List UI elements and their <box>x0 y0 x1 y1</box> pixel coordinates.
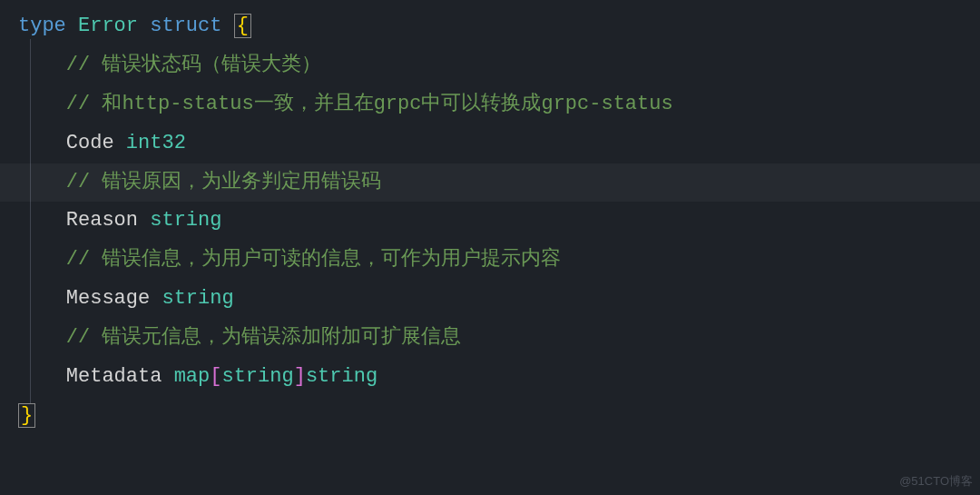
code-line-6[interactable]: Reason string <box>18 202 962 241</box>
code-line-9[interactable]: // 错误元信息，为错误添加附加可扩展信息 <box>18 319 962 358</box>
field-name: Message <box>66 287 150 310</box>
brace-open: { <box>234 14 251 38</box>
code-line-10[interactable]: Metadata map[string]string <box>18 358 962 397</box>
code-line-7[interactable]: // 错误信息，为用户可读的信息，可作为用户提示内容 <box>18 241 962 280</box>
code-line-1[interactable]: type Error struct { <box>18 7 962 46</box>
field-name: Reason <box>66 209 138 232</box>
struct-name: Error <box>78 15 138 37</box>
key-type: string <box>221 365 293 388</box>
code-line-5[interactable]: // 错误原因，为业务判定用错误码 <box>0 163 980 203</box>
watermark: @51CTO博客 <box>899 470 973 492</box>
field-type: int32 <box>126 132 186 154</box>
field-name: Metadata <box>66 365 162 388</box>
code-line-11[interactable]: } <box>18 397 962 436</box>
map-keyword: map <box>174 365 211 388</box>
comment: // 错误元信息，为错误添加附加可扩展信息 <box>66 326 462 349</box>
code-line-3[interactable]: // 和http-status一致，并且在grpc中可以转换成grpc-stat… <box>18 85 962 124</box>
field-type: string <box>150 209 221 232</box>
code-editor: type Error struct { // 错误状态码（错误大类） // 和h… <box>0 0 980 443</box>
code-line-2[interactable]: // 错误状态码（错误大类） <box>18 46 962 85</box>
code-line-8[interactable]: Message string <box>18 280 962 319</box>
code-line-4[interactable]: Code int32 <box>18 124 962 163</box>
comment: // 错误原因，为业务判定用错误码 <box>66 171 382 193</box>
keyword-struct: struct <box>150 15 221 37</box>
comment: // 和http-status一致，并且在grpc中可以转换成grpc-stat… <box>66 93 673 115</box>
keyword-type: type <box>18 15 66 37</box>
comment: // 错误状态码（错误大类） <box>66 54 322 76</box>
field-name: Code <box>66 132 114 154</box>
field-type: string <box>162 287 233 310</box>
bracket-close: ] <box>294 365 306 388</box>
brace-close: } <box>18 403 35 428</box>
comment: // 错误信息，为用户可读的信息，可作为用户提示内容 <box>66 248 562 271</box>
value-type: string <box>306 365 377 388</box>
bracket-open: [ <box>210 365 221 388</box>
